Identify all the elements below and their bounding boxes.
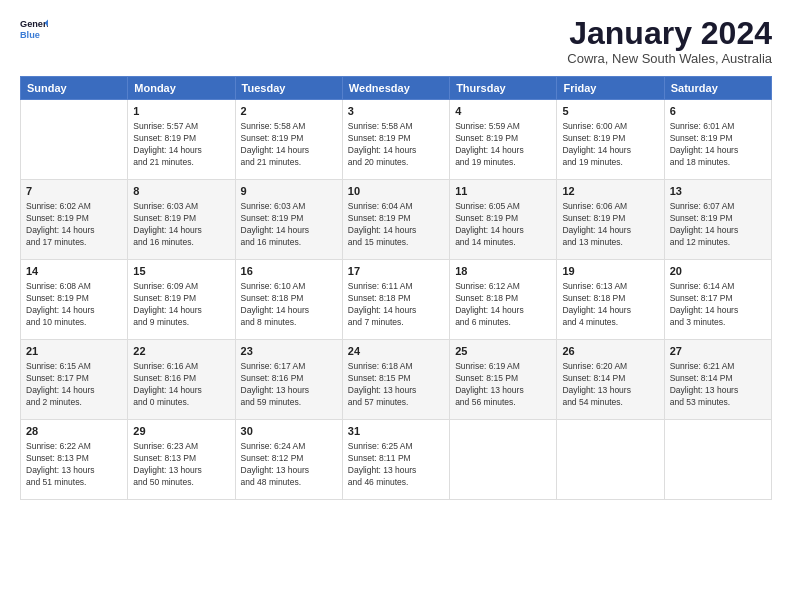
day-number: 6 — [670, 104, 766, 119]
day-info: Sunrise: 6:01 AM Sunset: 8:19 PM Dayligh… — [670, 121, 766, 169]
day-number: 8 — [133, 184, 229, 199]
day-info: Sunrise: 6:23 AM Sunset: 8:13 PM Dayligh… — [133, 441, 229, 489]
calendar-cell: 8Sunrise: 6:03 AM Sunset: 8:19 PM Daylig… — [128, 180, 235, 260]
day-number: 13 — [670, 184, 766, 199]
calendar-cell: 20Sunrise: 6:14 AM Sunset: 8:17 PM Dayli… — [664, 260, 771, 340]
week-row-1: 1Sunrise: 5:57 AM Sunset: 8:19 PM Daylig… — [21, 100, 772, 180]
calendar-cell: 31Sunrise: 6:25 AM Sunset: 8:11 PM Dayli… — [342, 420, 449, 500]
calendar-cell: 18Sunrise: 6:12 AM Sunset: 8:18 PM Dayli… — [450, 260, 557, 340]
weekday-saturday: Saturday — [664, 77, 771, 100]
week-row-3: 14Sunrise: 6:08 AM Sunset: 8:19 PM Dayli… — [21, 260, 772, 340]
calendar-cell: 2Sunrise: 5:58 AM Sunset: 8:19 PM Daylig… — [235, 100, 342, 180]
day-number: 31 — [348, 424, 444, 439]
day-number: 15 — [133, 264, 229, 279]
day-number: 7 — [26, 184, 122, 199]
day-info: Sunrise: 6:04 AM Sunset: 8:19 PM Dayligh… — [348, 201, 444, 249]
day-info: Sunrise: 6:09 AM Sunset: 8:19 PM Dayligh… — [133, 281, 229, 329]
day-info: Sunrise: 6:16 AM Sunset: 8:16 PM Dayligh… — [133, 361, 229, 409]
weekday-friday: Friday — [557, 77, 664, 100]
day-info: Sunrise: 6:03 AM Sunset: 8:19 PM Dayligh… — [133, 201, 229, 249]
day-info: Sunrise: 6:12 AM Sunset: 8:18 PM Dayligh… — [455, 281, 551, 329]
day-number: 30 — [241, 424, 337, 439]
weekday-header-row: SundayMondayTuesdayWednesdayThursdayFrid… — [21, 77, 772, 100]
logo: General Blue — [20, 16, 48, 44]
calendar-cell: 23Sunrise: 6:17 AM Sunset: 8:16 PM Dayli… — [235, 340, 342, 420]
week-row-2: 7Sunrise: 6:02 AM Sunset: 8:19 PM Daylig… — [21, 180, 772, 260]
day-info: Sunrise: 5:58 AM Sunset: 8:19 PM Dayligh… — [348, 121, 444, 169]
day-info: Sunrise: 6:05 AM Sunset: 8:19 PM Dayligh… — [455, 201, 551, 249]
page: General Blue January 2024 Cowra, New Sou… — [0, 0, 792, 612]
day-info: Sunrise: 5:59 AM Sunset: 8:19 PM Dayligh… — [455, 121, 551, 169]
day-info: Sunrise: 5:58 AM Sunset: 8:19 PM Dayligh… — [241, 121, 337, 169]
day-info: Sunrise: 6:08 AM Sunset: 8:19 PM Dayligh… — [26, 281, 122, 329]
calendar-cell: 26Sunrise: 6:20 AM Sunset: 8:14 PM Dayli… — [557, 340, 664, 420]
calendar-cell: 28Sunrise: 6:22 AM Sunset: 8:13 PM Dayli… — [21, 420, 128, 500]
calendar-cell: 10Sunrise: 6:04 AM Sunset: 8:19 PM Dayli… — [342, 180, 449, 260]
svg-text:General: General — [20, 19, 48, 29]
calendar-table: SundayMondayTuesdayWednesdayThursdayFrid… — [20, 76, 772, 500]
day-info: Sunrise: 6:24 AM Sunset: 8:12 PM Dayligh… — [241, 441, 337, 489]
day-number: 27 — [670, 344, 766, 359]
day-info: Sunrise: 6:14 AM Sunset: 8:17 PM Dayligh… — [670, 281, 766, 329]
day-number: 26 — [562, 344, 658, 359]
calendar-cell — [21, 100, 128, 180]
day-info: Sunrise: 5:57 AM Sunset: 8:19 PM Dayligh… — [133, 121, 229, 169]
calendar-cell: 30Sunrise: 6:24 AM Sunset: 8:12 PM Dayli… — [235, 420, 342, 500]
calendar-cell: 21Sunrise: 6:15 AM Sunset: 8:17 PM Dayli… — [21, 340, 128, 420]
day-number: 10 — [348, 184, 444, 199]
weekday-tuesday: Tuesday — [235, 77, 342, 100]
day-info: Sunrise: 6:03 AM Sunset: 8:19 PM Dayligh… — [241, 201, 337, 249]
calendar-cell: 4Sunrise: 5:59 AM Sunset: 8:19 PM Daylig… — [450, 100, 557, 180]
calendar-cell: 17Sunrise: 6:11 AM Sunset: 8:18 PM Dayli… — [342, 260, 449, 340]
calendar-cell — [450, 420, 557, 500]
calendar-cell: 25Sunrise: 6:19 AM Sunset: 8:15 PM Dayli… — [450, 340, 557, 420]
day-number: 24 — [348, 344, 444, 359]
header: General Blue January 2024 Cowra, New Sou… — [20, 16, 772, 66]
day-number: 29 — [133, 424, 229, 439]
calendar-cell: 29Sunrise: 6:23 AM Sunset: 8:13 PM Dayli… — [128, 420, 235, 500]
day-info: Sunrise: 6:00 AM Sunset: 8:19 PM Dayligh… — [562, 121, 658, 169]
week-row-4: 21Sunrise: 6:15 AM Sunset: 8:17 PM Dayli… — [21, 340, 772, 420]
calendar-cell: 9Sunrise: 6:03 AM Sunset: 8:19 PM Daylig… — [235, 180, 342, 260]
day-info: Sunrise: 6:10 AM Sunset: 8:18 PM Dayligh… — [241, 281, 337, 329]
day-number: 22 — [133, 344, 229, 359]
day-number: 28 — [26, 424, 122, 439]
calendar-cell: 24Sunrise: 6:18 AM Sunset: 8:15 PM Dayli… — [342, 340, 449, 420]
calendar-cell: 7Sunrise: 6:02 AM Sunset: 8:19 PM Daylig… — [21, 180, 128, 260]
calendar-cell — [664, 420, 771, 500]
day-info: Sunrise: 6:20 AM Sunset: 8:14 PM Dayligh… — [562, 361, 658, 409]
day-number: 2 — [241, 104, 337, 119]
calendar-cell: 22Sunrise: 6:16 AM Sunset: 8:16 PM Dayli… — [128, 340, 235, 420]
calendar-cell: 16Sunrise: 6:10 AM Sunset: 8:18 PM Dayli… — [235, 260, 342, 340]
day-number: 11 — [455, 184, 551, 199]
calendar-cell: 15Sunrise: 6:09 AM Sunset: 8:19 PM Dayli… — [128, 260, 235, 340]
day-info: Sunrise: 6:18 AM Sunset: 8:15 PM Dayligh… — [348, 361, 444, 409]
weekday-thursday: Thursday — [450, 77, 557, 100]
day-number: 21 — [26, 344, 122, 359]
location: Cowra, New South Wales, Australia — [567, 51, 772, 66]
calendar-cell: 6Sunrise: 6:01 AM Sunset: 8:19 PM Daylig… — [664, 100, 771, 180]
day-info: Sunrise: 6:22 AM Sunset: 8:13 PM Dayligh… — [26, 441, 122, 489]
day-number: 3 — [348, 104, 444, 119]
calendar-cell: 5Sunrise: 6:00 AM Sunset: 8:19 PM Daylig… — [557, 100, 664, 180]
calendar-cell: 27Sunrise: 6:21 AM Sunset: 8:14 PM Dayli… — [664, 340, 771, 420]
day-number: 19 — [562, 264, 658, 279]
day-info: Sunrise: 6:19 AM Sunset: 8:15 PM Dayligh… — [455, 361, 551, 409]
day-info: Sunrise: 6:02 AM Sunset: 8:19 PM Dayligh… — [26, 201, 122, 249]
day-number: 17 — [348, 264, 444, 279]
weekday-wednesday: Wednesday — [342, 77, 449, 100]
day-number: 23 — [241, 344, 337, 359]
logo-icon: General Blue — [20, 16, 48, 44]
month-title: January 2024 — [567, 16, 772, 51]
weekday-sunday: Sunday — [21, 77, 128, 100]
day-info: Sunrise: 6:11 AM Sunset: 8:18 PM Dayligh… — [348, 281, 444, 329]
day-number: 20 — [670, 264, 766, 279]
day-number: 1 — [133, 104, 229, 119]
day-number: 18 — [455, 264, 551, 279]
weekday-monday: Monday — [128, 77, 235, 100]
day-number: 14 — [26, 264, 122, 279]
day-number: 5 — [562, 104, 658, 119]
day-info: Sunrise: 6:06 AM Sunset: 8:19 PM Dayligh… — [562, 201, 658, 249]
calendar-cell — [557, 420, 664, 500]
day-number: 12 — [562, 184, 658, 199]
